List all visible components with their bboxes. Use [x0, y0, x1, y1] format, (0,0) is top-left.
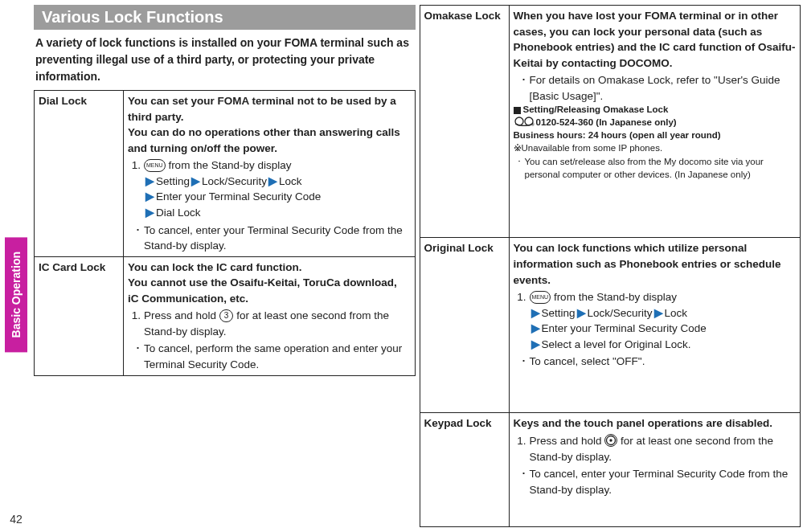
text: Enter your Terminal Security Code: [156, 190, 321, 203]
square-icon: [514, 107, 521, 114]
row-name-original-lock: Original Lock: [420, 238, 509, 413]
lock-table-left: Dial Lock You can set your FOMA terminal…: [34, 90, 416, 376]
row-body-dial-lock: You can set your FOMA terminal not to be…: [124, 91, 416, 257]
arrow-icon: ▶: [530, 338, 542, 350]
list-item: ･ To cancel, enter your Terminal Securit…: [514, 466, 797, 497]
bullet: ･: [128, 341, 144, 372]
text: To cancel, select "OFF".: [530, 354, 797, 370]
step-text: Press and hold for at least one second f…: [530, 433, 797, 464]
text: Press and hold: [530, 435, 605, 447]
text: Lock/Security: [588, 307, 653, 319]
list-item: 1. MENU from the Stand-by display ▶Setti…: [128, 158, 411, 220]
step-number: 1.: [128, 308, 144, 339]
menu-key-icon: MENU: [144, 159, 166, 172]
row-body-ic-card-lock: You can lock the IC card function. You c…: [124, 256, 416, 375]
keypad-lock-desc: Keys and the touch panel operations are …: [514, 417, 773, 429]
step-text: Press and hold 3 for at least one second…: [144, 308, 411, 339]
omakase-lock-desc: When you have lost your FOMA terminal or…: [514, 10, 796, 69]
ic-card-lock-desc: You can lock the IC card function. You c…: [128, 261, 397, 305]
menu-key-icon: MENU: [530, 291, 551, 304]
hours: Business hours: 24 hours (open all year …: [514, 129, 797, 142]
text: Press and hold: [144, 309, 219, 321]
table-row: Omakase Lock When you have lost your FOM…: [420, 6, 801, 238]
row-name-omakase-lock: Omakase Lock: [420, 6, 509, 238]
bullet: ･: [514, 156, 525, 181]
arrow-icon: ▶: [530, 307, 542, 319]
text: from the Stand-by display: [551, 291, 677, 303]
step-number: 1.: [514, 433, 530, 464]
center-key-icon: [604, 434, 617, 447]
arrow-icon: ▶: [267, 175, 279, 187]
list-item: ･ For details on Omakase Lock, refer to …: [514, 72, 797, 104]
text: Setting: [156, 175, 190, 187]
step-text: MENU from the Stand-by display ▶Setting▶…: [144, 158, 411, 220]
step-text: MENU from the Stand-by display ▶Setting▶…: [530, 289, 797, 352]
bullet: ･: [514, 466, 530, 497]
page-number: 42: [10, 513, 23, 526]
list-item: ･ To cancel, enter your Terminal Securit…: [128, 223, 411, 254]
bullet: ･: [514, 72, 530, 104]
subheading: Setting/Releasing Omakase Lock: [514, 104, 797, 117]
arrow-icon: ▶: [576, 307, 588, 319]
table-row: Keypad Lock Keys and the touch panel ope…: [420, 413, 801, 527]
page: Basic Operation 42 Various Lock Function…: [0, 0, 807, 532]
dial-lock-desc: You can set your FOMA terminal not to be…: [128, 95, 400, 154]
side-area: Basic Operation 42: [0, 0, 32, 532]
lock-table-right: Omakase Lock When you have lost your FOM…: [420, 5, 801, 527]
arrow-icon: ▶: [144, 190, 156, 203]
original-lock-desc: You can lock functions which utilize per…: [514, 242, 781, 285]
row-body-keypad-lock: Keys and the touch panel operations are …: [509, 413, 801, 527]
arrow-icon: ▶: [144, 175, 156, 187]
row-name-dial-lock: Dial Lock: [35, 91, 124, 257]
arrow-icon: ▶: [653, 307, 665, 319]
note: ※Unavailable from some IP phones.: [514, 142, 797, 155]
text: Enter your Terminal Security Code: [542, 322, 707, 334]
row-body-original-lock: You can lock functions which utilize per…: [509, 238, 801, 413]
freedial-icon: ®: [514, 117, 535, 130]
row-name-keypad-lock: Keypad Lock: [420, 413, 509, 527]
table-row: IC Card Lock You can lock the IC card fu…: [35, 256, 416, 375]
section-tab: Basic Operation: [5, 237, 27, 352]
phone-line: ® 0120-524-360 (In Japanese only): [514, 117, 797, 130]
text: For details on Omakase Lock, refer to "U…: [530, 72, 797, 104]
arrow-icon: ▶: [144, 207, 156, 219]
intro-text: A variety of lock functions is installed…: [34, 35, 416, 85]
svg-text:®: ®: [531, 122, 535, 126]
text: To cancel, enter your Terminal Security …: [144, 223, 411, 254]
text: Lock/Security: [202, 175, 267, 187]
text: Lock: [279, 175, 302, 187]
row-body-omakase-lock: When you have lost your FOMA terminal or…: [509, 6, 801, 238]
list-item: ･ To cancel, perform the same operation …: [128, 341, 411, 372]
svg-point-4: [610, 440, 612, 442]
text: 0120-524-360 (In Japanese only): [536, 117, 677, 127]
three-key-icon: 3: [219, 309, 234, 322]
list-item: ･ To cancel, select "OFF".: [514, 354, 797, 370]
section-heading: Various Lock Functions: [34, 5, 416, 30]
text: To cancel, perform the same operation an…: [144, 341, 411, 372]
text: Select a level for Original Lock.: [542, 338, 691, 350]
text: You can set/release also from the My doc…: [525, 156, 797, 181]
step-number: 1.: [128, 158, 144, 220]
text: Setting/Releasing Omakase Lock: [523, 104, 669, 114]
text: from the Stand-by display: [166, 159, 292, 171]
bullet: ･: [514, 354, 530, 370]
arrow-icon: ▶: [530, 322, 542, 334]
table-row: Dial Lock You can set your FOMA terminal…: [35, 91, 416, 257]
list-item: 1. MENU from the Stand-by display ▶Setti…: [514, 289, 797, 352]
text: To cancel, enter your Terminal Security …: [530, 466, 797, 497]
bullet: ･: [128, 223, 144, 254]
table-row: Original Lock You can lock functions whi…: [420, 238, 801, 413]
content: Various Lock Functions A variety of lock…: [32, 0, 807, 532]
list-item: ･ You can set/release also from the My d…: [514, 156, 797, 181]
text: Dial Lock: [156, 207, 201, 219]
right-column: Omakase Lock When you have lost your FOM…: [420, 5, 801, 527]
arrow-icon: ▶: [190, 175, 202, 187]
left-column: Various Lock Functions A variety of lock…: [34, 5, 416, 527]
list-item: 1. Press and hold 3 for at least one sec…: [128, 308, 411, 339]
list-item: 1. Press and hold for at least one secon…: [514, 433, 797, 464]
text: Setting: [542, 307, 576, 319]
step-number: 1.: [514, 289, 530, 352]
text: Lock: [665, 307, 688, 319]
row-name-ic-card-lock: IC Card Lock: [35, 256, 124, 375]
